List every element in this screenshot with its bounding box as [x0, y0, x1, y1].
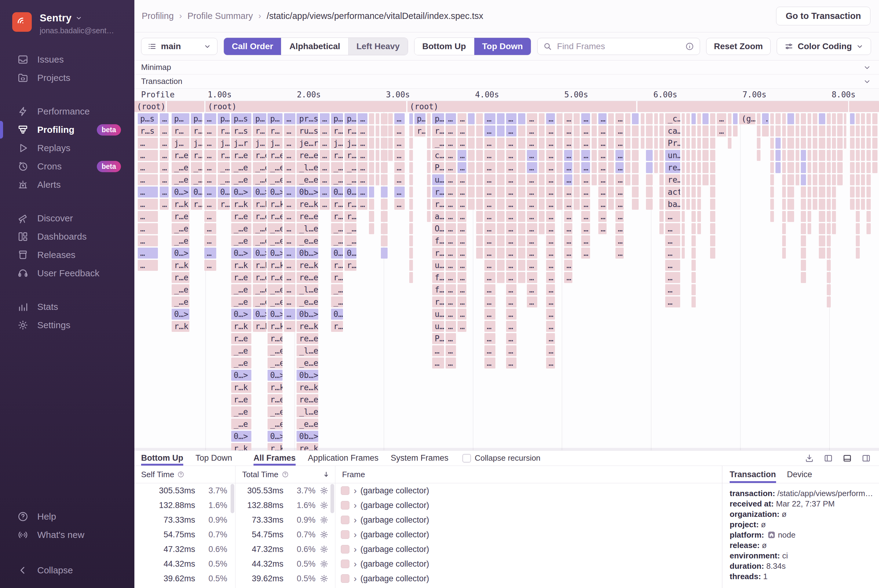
flame-cell[interactable]	[632, 174, 639, 185]
flame-cell[interactable]	[832, 113, 835, 124]
flame-cell[interactable]: …	[284, 236, 295, 246]
flame-cell[interactable]	[691, 138, 696, 148]
gear-icon[interactable]	[316, 544, 333, 554]
flame-cell[interactable]: …	[546, 297, 555, 308]
flame-cell[interactable]	[832, 126, 835, 136]
flame-cell[interactable]	[710, 138, 715, 148]
flame-cell[interactable]	[686, 199, 690, 210]
flame-cell[interactable]	[574, 186, 580, 198]
scrollbar[interactable]	[231, 484, 234, 513]
flame-cell[interactable]	[813, 186, 817, 198]
flame-cell[interactable]	[782, 162, 786, 173]
flame-cell[interactable]	[827, 174, 831, 185]
flame-cell[interactable]: …	[564, 211, 572, 222]
sidebar-item-crons[interactable]: Cronsbeta	[0, 157, 134, 176]
flame-cell[interactable]: …	[546, 211, 555, 222]
flame-cell[interactable]	[819, 138, 826, 148]
flame-cell[interactable]	[856, 126, 859, 136]
flame-cell[interactable]: p…	[191, 113, 202, 124]
flame-cell[interactable]	[770, 138, 774, 148]
flame-cell[interactable]	[775, 126, 781, 136]
flame-cell[interactable]	[787, 174, 794, 185]
flame-cell[interactable]: p…s	[231, 113, 251, 124]
flame-cell[interactable]	[697, 126, 701, 136]
gear-icon[interactable]	[316, 574, 333, 583]
flame-root-frame[interactable]: (root)	[206, 101, 406, 112]
flame-cell[interactable]: 0…>	[253, 248, 266, 259]
flame-cell[interactable]	[608, 186, 614, 198]
flame-cell[interactable]: r…k	[267, 199, 282, 210]
flame-cell[interactable]: _e…e	[296, 418, 318, 429]
flame-cell[interactable]	[497, 162, 504, 173]
flame-cell[interactable]	[856, 186, 859, 198]
flame-cell[interactable]: _…e	[331, 297, 343, 308]
flame-cell[interactable]: _…e	[331, 162, 343, 173]
flame-cell[interactable]	[782, 150, 786, 161]
flame-cell[interactable]: …	[446, 297, 456, 308]
flame-cell[interactable]: …	[546, 150, 555, 161]
flame-cell[interactable]: 0b…>	[296, 370, 318, 381]
flame-cell[interactable]	[827, 150, 831, 161]
flame-cell[interactable]	[427, 162, 431, 173]
flame-cell[interactable]: …	[581, 248, 590, 259]
flame-cell[interactable]	[468, 126, 475, 136]
flame-cell[interactable]	[801, 174, 806, 185]
table-row-total[interactable]: 47.32ms0.6%	[236, 542, 335, 556]
flame-cell[interactable]	[388, 113, 393, 124]
flame-cell[interactable]	[646, 162, 653, 173]
flame-cell[interactable]: …	[546, 174, 555, 185]
table-row-frame[interactable]: ›(garbage collector)	[335, 556, 722, 571]
flame-cell[interactable]: _…e	[253, 174, 266, 185]
flame-cell[interactable]: …	[484, 248, 496, 259]
flame-cell[interactable]: _…e	[231, 406, 251, 417]
flame-cell[interactable]	[827, 199, 831, 210]
flame-cell[interactable]	[625, 126, 630, 136]
flame-cell[interactable]	[827, 113, 831, 124]
flame-cell[interactable]	[796, 138, 799, 148]
flame-cell[interactable]	[867, 113, 871, 124]
flame-cell[interactable]: …	[394, 174, 405, 185]
flame-cell[interactable]: 0b…>	[296, 248, 318, 259]
flame-cell[interactable]	[381, 138, 388, 148]
table-row-self[interactable]: 39.62ms0.5%	[134, 571, 235, 586]
flame-cell[interactable]	[556, 162, 563, 173]
flame-cell[interactable]	[782, 248, 786, 259]
flame-cell[interactable]: …	[506, 162, 517, 173]
flame-cell[interactable]: 0…>	[344, 248, 356, 259]
flame-cell[interactable]: r…k	[172, 260, 190, 271]
flame-cell[interactable]: …	[284, 223, 295, 234]
flame-cell[interactable]	[819, 126, 826, 136]
flame-cell[interactable]: …	[564, 126, 572, 136]
flame-cell[interactable]	[872, 113, 877, 124]
flame-cell[interactable]: …	[284, 138, 295, 148]
flame-cell[interactable]: …	[527, 236, 537, 246]
flame-cell[interactable]: …	[546, 357, 555, 369]
flame-cell[interactable]	[518, 272, 525, 283]
flame-cell[interactable]: …	[160, 186, 168, 198]
flame-cell[interactable]	[608, 174, 614, 185]
flame-cell[interactable]	[691, 211, 696, 222]
flame-cell[interactable]	[497, 236, 504, 246]
flame-cell[interactable]: _e…e	[296, 357, 318, 369]
tab-system-frames[interactable]: System Frames	[391, 451, 448, 466]
flame-cell[interactable]: …	[458, 248, 466, 259]
flame-cell[interactable]	[697, 113, 701, 124]
flame-cell[interactable]	[518, 186, 525, 198]
flame-cell[interactable]	[775, 138, 781, 148]
flame-cell[interactable]: c…	[432, 150, 444, 161]
flame-cell[interactable]	[796, 174, 799, 185]
flame-cell[interactable]: …	[458, 284, 466, 295]
flame-cell[interactable]	[574, 138, 580, 148]
flame-cell[interactable]	[574, 150, 580, 161]
flame-cell[interactable]	[861, 113, 865, 124]
flame-cell[interactable]: …	[546, 236, 555, 246]
flame-cell[interactable]	[710, 150, 715, 161]
flame-cell[interactable]: re…k	[296, 443, 318, 450]
flame-cell[interactable]: …	[506, 211, 517, 222]
chevron-right-icon[interactable]: ›	[354, 530, 357, 540]
chevron-right-icon[interactable]: ›	[354, 500, 357, 510]
flame-cell[interactable]	[837, 162, 842, 173]
flame-cell[interactable]: r…k	[331, 321, 343, 332]
flame-cell[interactable]: r…e	[253, 272, 266, 283]
flame-cell[interactable]: …	[204, 211, 216, 222]
